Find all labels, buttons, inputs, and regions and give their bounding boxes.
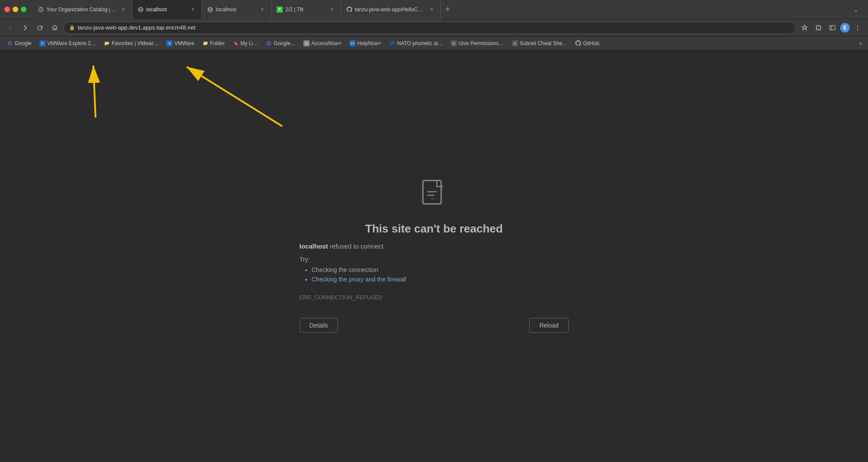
forward-button[interactable] <box>19 22 31 34</box>
svg-rect-7 <box>816 26 821 30</box>
bookmark-subnet-favicon: A <box>512 40 518 46</box>
bookmark-google-label: Google <box>15 40 32 46</box>
traffic-lights <box>4 7 26 12</box>
address-bar[interactable]: 🔒 tanzu-java-web-app.dev1.apps.tap.ericm… <box>63 22 796 34</box>
extension-puzzle-button[interactable] <box>812 22 825 34</box>
tab-localhost2[interactable]: localhost ✕ <box>202 0 271 19</box>
profile-button[interactable]: E <box>840 23 850 33</box>
bookmark-google[interactable]: G Google <box>3 39 35 48</box>
tab-catalog-title: Your Organization Catalog | Ta… <box>46 7 117 13</box>
bookmark-vmware-explore-favicon: V <box>40 40 46 46</box>
tab-github-favicon <box>346 7 352 13</box>
ssl-lock-icon: 🔒 <box>69 25 75 30</box>
nav-right-icons: E <box>799 22 864 34</box>
tab-github-close[interactable]: ✕ <box>428 6 435 13</box>
bookmark-unix[interactable]: U Unix Permissions… <box>447 39 508 48</box>
details-button[interactable]: Details <box>300 318 338 333</box>
reload-stop-button[interactable] <box>34 22 46 34</box>
tab-catalog-close[interactable]: ✕ <box>120 6 127 13</box>
error-code: ERR_CONNECTION_REFUSED <box>300 294 383 301</box>
tabs-right-controls: ⌄ <box>853 0 864 19</box>
bookmark-helpnow-label: HelpNow+ <box>357 40 382 46</box>
error-container: — This site can't be reached localhost r… <box>300 180 569 333</box>
bookmark-mylinks-favicon: 🔖 <box>233 40 239 46</box>
error-title: This site can't be reached <box>365 222 503 236</box>
bookmarks-more-button[interactable]: » <box>856 39 865 48</box>
tab-localhost-active-close[interactable]: ✕ <box>189 6 196 13</box>
title-bar: Your Organization Catalog | Ta… ✕ localh… <box>0 0 868 19</box>
bookmark-vmware[interactable]: V VMWare <box>163 39 198 48</box>
reload-button[interactable]: Reload <box>529 318 568 333</box>
svg-point-11 <box>857 27 858 28</box>
maximize-window-button[interactable] <box>21 7 26 12</box>
home-button[interactable] <box>49 22 61 34</box>
bookmark-nato-favicon: W <box>389 40 395 46</box>
bookmark-subnet-label: Subnet Cheat She… <box>520 40 568 46</box>
tab-tilt-favicon: T <box>277 7 283 13</box>
svg-point-10 <box>857 25 858 26</box>
menu-button[interactable] <box>851 22 864 34</box>
tab-localhost-favicon <box>138 7 144 13</box>
tab-catalog-favicon <box>38 7 44 13</box>
bookmark-google2-favicon: G <box>266 40 272 46</box>
bookmark-folder-favicon: 📁 <box>202 40 208 46</box>
suggestion-proxy-link[interactable]: Checking the proxy and the firewall <box>312 276 406 283</box>
tab-localhost-active[interactable]: localhost ✕ <box>132 0 202 19</box>
tab-github[interactable]: tanzu-java-web-app/HelloCon… ✕ <box>341 0 441 19</box>
bookmark-unix-label: Unix Permissions… <box>459 40 504 46</box>
bookmark-vmware-favicon: V <box>166 40 172 46</box>
error-document-icon: — <box>421 180 447 210</box>
back-button[interactable] <box>4 22 17 34</box>
suggestion-proxy: Checking the proxy and the firewall <box>312 276 406 283</box>
bookmark-favorites-label: Favorites | VMwar… <box>112 40 158 46</box>
minimize-window-button[interactable] <box>13 7 18 12</box>
bookmark-helpnow-favicon: H <box>350 40 356 46</box>
bookmark-folder-label: Folder <box>210 40 225 46</box>
tab-localhost2-title: localhost <box>216 7 256 13</box>
error-hostname: localhost <box>300 242 328 250</box>
error-subtitle: localhost refused to connect. <box>300 242 386 250</box>
error-subtitle-rest: refused to connect. <box>328 242 385 250</box>
svg-point-12 <box>857 29 858 30</box>
main-content: — This site can't be reached localhost r… <box>0 50 868 462</box>
error-try-label: Try: <box>300 256 310 263</box>
bookmark-folder[interactable]: 📁 Folder <box>199 39 228 48</box>
close-window-button[interactable] <box>4 7 10 12</box>
bookmark-unix-favicon: U <box>451 40 457 46</box>
bookmark-nato[interactable]: W NATO phonetic al… <box>386 39 446 48</box>
bookmark-accessnow-label: AccessNow+ <box>311 40 342 46</box>
tab-tilt-close[interactable]: ✕ <box>328 6 335 13</box>
tab-localhost2-favicon <box>207 7 213 13</box>
bookmark-github-favicon <box>575 40 581 46</box>
error-buttons: Details Reload <box>300 318 569 333</box>
new-tab-button[interactable]: + <box>441 0 455 19</box>
tabs-bar: Your Organization Catalog | Ta… ✕ localh… <box>33 0 864 19</box>
nav-bar: 🔒 tanzu-java-web-app.dev1.apps.tap.ericm… <box>0 19 868 36</box>
bookmark-favorites-favicon: 📂 <box>104 40 110 46</box>
suggestion-connection-text: Checking the connection <box>312 266 378 273</box>
svg-line-15 <box>93 66 96 118</box>
tab-localhost-active-title: localhost <box>146 7 187 13</box>
suggestion-connection: Checking the connection <box>312 266 406 273</box>
tabs-chevron-icon[interactable]: ⌄ <box>853 6 858 13</box>
bookmark-vmware-label: VMWare <box>174 40 194 46</box>
bookmark-mylinks[interactable]: 🔖 My Li… <box>229 39 262 48</box>
svg-line-16 <box>187 67 282 126</box>
bookmark-vmware-explore[interactable]: V VMWare Explore 2… <box>36 39 99 48</box>
sidebar-toggle-button[interactable] <box>826 22 838 34</box>
tab-catalog[interactable]: Your Organization Catalog | Ta… ✕ <box>33 0 132 19</box>
bookmark-mylinks-label: My Li… <box>241 40 258 46</box>
bookmark-accessnow[interactable]: A AccessNow+ <box>300 39 345 48</box>
bookmark-star-button[interactable] <box>799 22 811 34</box>
bookmarks-bar: G Google V VMWare Explore 2… 📂 Favorites… <box>0 36 868 50</box>
error-suggestions-list: Checking the connection Checking the pro… <box>300 266 406 285</box>
tab-localhost2-close[interactable]: ✕ <box>259 6 266 13</box>
tab-tilt-title: 2/2 | Tilt <box>285 7 326 13</box>
tab-tilt[interactable]: T 2/2 | Tilt ✕ <box>271 0 341 19</box>
bookmark-google2[interactable]: G Google… <box>262 39 299 48</box>
bookmark-github[interactable]: GitHub <box>572 39 603 48</box>
svg-text:—: — <box>431 195 435 202</box>
bookmark-subnet[interactable]: A Subnet Cheat She… <box>508 39 571 48</box>
bookmark-favorites[interactable]: 📂 Favorites | VMwar… <box>100 39 162 48</box>
bookmark-helpnow[interactable]: H HelpNow+ <box>346 39 385 48</box>
